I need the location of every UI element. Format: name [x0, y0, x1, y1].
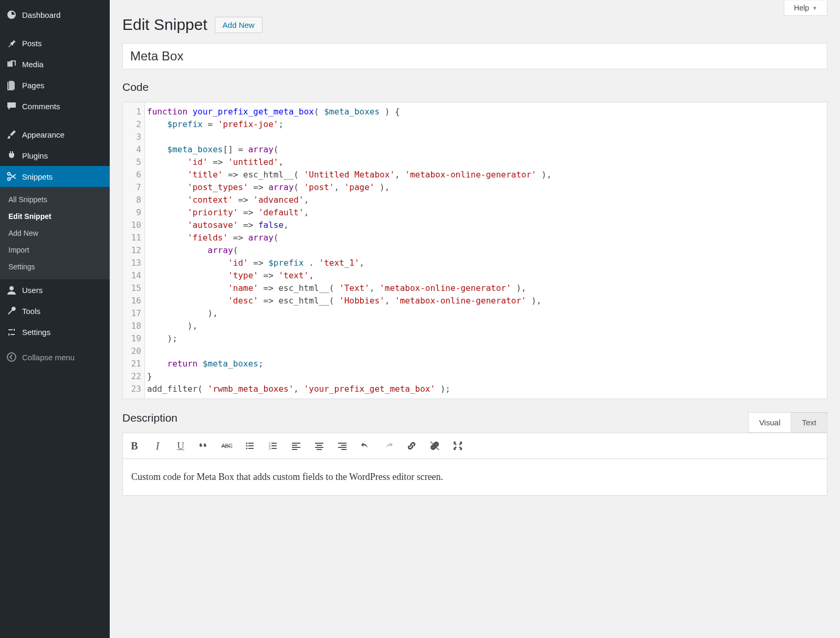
help-label: Help: [794, 4, 809, 12]
svg-rect-20: [292, 449, 297, 450]
description-content[interactable]: Custom code for Meta Box that adds custo…: [122, 459, 827, 496]
sidebar-item-posts[interactable]: Posts: [0, 33, 110, 54]
sidebar-item-media[interactable]: Media: [0, 54, 110, 75]
sidebar-item-label: Media: [22, 60, 44, 69]
editor-toolbar: B I U ABC 123: [122, 433, 827, 459]
sidebar-item-pages[interactable]: Pages: [0, 75, 110, 96]
pages-icon: [6, 80, 17, 90]
tab-text[interactable]: Text: [791, 412, 827, 433]
numbered-list-button[interactable]: 123: [265, 437, 281, 454]
plugin-icon: [6, 150, 17, 161]
sidebar-item-plugins[interactable]: Plugins: [0, 145, 110, 166]
svg-rect-19: [292, 447, 300, 448]
sidebar-item-tools[interactable]: Tools: [0, 300, 110, 321]
svg-rect-10: [248, 448, 254, 449]
sidebar-sub-settings[interactable]: Settings: [0, 258, 110, 275]
sidebar-item-label: Appearance: [22, 130, 65, 139]
collapse-label: Collapse menu: [22, 353, 75, 362]
svg-point-4: [7, 353, 16, 361]
svg-rect-6: [248, 443, 254, 444]
scissors-icon: [6, 171, 17, 182]
unlink-button[interactable]: [426, 437, 443, 454]
tab-visual[interactable]: Visual: [748, 412, 792, 433]
sidebar-item-snippets[interactable]: Snippets: [0, 166, 110, 187]
svg-rect-27: [338, 447, 346, 448]
svg-text:3: 3: [269, 447, 271, 450]
sidebar-sub-all-snippets[interactable]: All Snippets: [0, 191, 110, 208]
sidebar-item-label: Tools: [22, 307, 40, 316]
redo-button[interactable]: [380, 437, 397, 454]
snippet-title-input[interactable]: [122, 43, 827, 69]
admin-sidebar: Dashboard Posts Media Pages Comments App…: [0, 0, 110, 638]
pin-icon: [6, 38, 17, 48]
editor-tabs: Visual Text: [748, 412, 827, 432]
svg-point-5: [246, 443, 248, 444]
svg-rect-18: [292, 445, 297, 446]
sidebar-sub-import[interactable]: Import: [0, 242, 110, 258]
media-icon: [6, 59, 17, 69]
code-section-label: Code: [122, 81, 827, 93]
svg-point-3: [9, 286, 14, 290]
wrench-icon: [6, 306, 17, 316]
fullscreen-button[interactable]: [449, 437, 466, 454]
sidebar-item-label: Pages: [22, 81, 45, 90]
svg-rect-12: [271, 443, 277, 444]
svg-rect-26: [341, 445, 346, 446]
user-icon: [6, 285, 17, 295]
description-label: Description: [122, 412, 177, 424]
collapse-icon: [6, 352, 17, 362]
svg-rect-22: [317, 445, 322, 446]
svg-rect-21: [315, 443, 323, 444]
help-button[interactable]: Help ▼: [784, 1, 827, 16]
undo-button[interactable]: [357, 437, 374, 454]
link-button[interactable]: [403, 437, 420, 454]
svg-rect-25: [338, 443, 346, 444]
svg-point-7: [246, 445, 248, 447]
quote-button[interactable]: [195, 437, 212, 454]
sidebar-item-label: Snippets: [22, 172, 52, 181]
collapse-menu[interactable]: Collapse menu: [0, 347, 110, 368]
sidebar-item-label: Dashboard: [22, 11, 60, 19]
sidebar-item-label: Plugins: [22, 151, 48, 160]
main-content: Help ▼ Edit Snippet Add New Code 1234567…: [110, 0, 840, 638]
sidebar-item-label: Users: [22, 286, 43, 295]
chevron-down-icon: ▼: [812, 5, 817, 11]
align-right-button[interactable]: [334, 437, 351, 454]
svg-rect-16: [271, 448, 277, 449]
svg-point-9: [246, 448, 248, 449]
page-title: Edit Snippet: [122, 16, 207, 34]
strikethrough-button[interactable]: ABC: [218, 437, 235, 454]
sidebar-item-comments[interactable]: Comments: [0, 96, 110, 117]
brush-icon: [6, 129, 17, 140]
line-gutter: 1234567891011121314151617181920212223: [123, 102, 145, 399]
sidebar-item-label: Comments: [22, 102, 60, 111]
svg-rect-8: [248, 445, 254, 446]
bold-button[interactable]: B: [126, 437, 143, 454]
italic-button[interactable]: I: [149, 437, 166, 454]
sidebar-sub-edit-snippet[interactable]: Edit Snippet: [0, 208, 110, 225]
code-editor[interactable]: 1234567891011121314151617181920212223 fu…: [122, 102, 827, 399]
sidebar-item-users[interactable]: Users: [0, 279, 110, 300]
underline-button[interactable]: U: [172, 437, 189, 454]
sidebar-item-label: Posts: [22, 39, 42, 48]
sidebar-item-dashboard[interactable]: Dashboard: [0, 4, 110, 25]
svg-rect-17: [292, 443, 300, 444]
add-new-button[interactable]: Add New: [215, 17, 262, 33]
sidebar-submenu-snippets: All Snippets Edit Snippet Add New Import…: [0, 187, 110, 279]
dashboard-icon: [6, 9, 17, 20]
svg-rect-23: [315, 447, 323, 448]
sidebar-sub-add-new[interactable]: Add New: [0, 225, 110, 242]
sidebar-item-settings[interactable]: Settings: [0, 321, 110, 342]
code-body[interactable]: function your_prefix_get_meta_box( $meta…: [145, 102, 827, 399]
svg-rect-14: [271, 445, 277, 446]
comments-icon: [6, 101, 17, 111]
svg-point-0: [10, 64, 12, 66]
sidebar-item-appearance[interactable]: Appearance: [0, 124, 110, 145]
svg-rect-28: [341, 449, 346, 450]
bullet-list-button[interactable]: [242, 437, 258, 454]
svg-rect-24: [317, 449, 322, 450]
settings-icon: [6, 327, 17, 337]
align-center-button[interactable]: [311, 437, 328, 454]
sidebar-item-label: Settings: [22, 328, 50, 337]
align-left-button[interactable]: [288, 437, 304, 454]
